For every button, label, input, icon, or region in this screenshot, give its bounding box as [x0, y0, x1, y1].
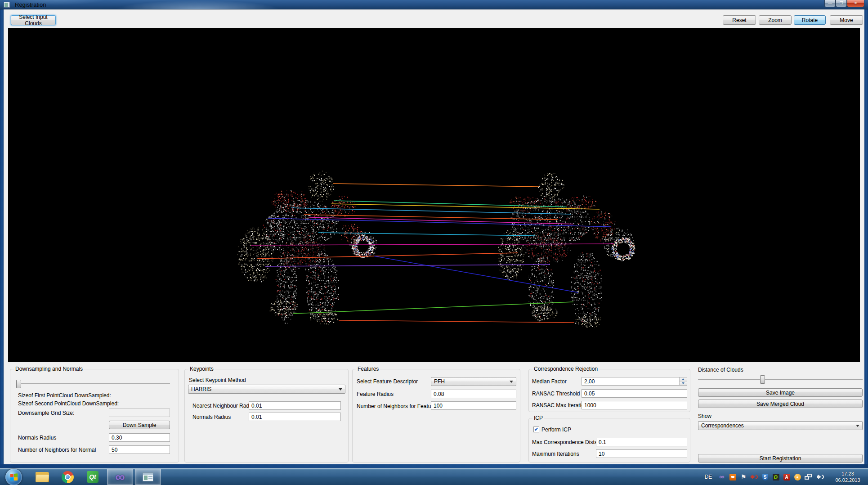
- kp-normals-radius-input[interactable]: 0.01: [249, 413, 341, 421]
- desktop-screen: Registration — ❐ ✕ Select Input Clouds R…: [0, 0, 868, 485]
- feature-radius-input[interactable]: 0.08: [431, 390, 516, 398]
- median-factor-label: Median Factor: [532, 378, 567, 385]
- save-merged-cloud-button[interactable]: Save Merged Cloud: [698, 400, 863, 408]
- java-cup: [731, 476, 734, 478]
- ransac-iterations-input[interactable]: 1000: [582, 401, 687, 409]
- tray-clock[interactable]: 17:23 06.02.2013: [830, 471, 866, 483]
- ransac-threshold-input[interactable]: 0.05: [582, 389, 687, 398]
- save-image-button[interactable]: Save Image: [698, 388, 863, 397]
- zoom-button[interactable]: Zoom: [759, 15, 792, 25]
- flag-pane-green: [13, 473, 17, 477]
- adobe-reader-icon: A: [783, 474, 790, 481]
- qt-creator-icon: Qt: [87, 471, 98, 483]
- reset-button[interactable]: Reset: [723, 15, 756, 25]
- java-icon: [729, 474, 736, 481]
- feature-descriptor-select[interactable]: PFH: [431, 377, 516, 386]
- close-button[interactable]: ✕: [847, 0, 864, 7]
- rotate-button[interactable]: Rotate: [794, 15, 826, 25]
- tray-action-center[interactable]: ⚑: [738, 469, 748, 485]
- tray-update[interactable]: ▲: [792, 469, 802, 485]
- median-factor-spinbox[interactable]: 2,00: [582, 377, 687, 386]
- nvidia-icon: [773, 474, 779, 481]
- start-registration-button[interactable]: Start Registration: [698, 454, 863, 463]
- feature-descriptor-label: Select Feature Descriptor: [357, 378, 418, 385]
- ransac-threshold-label: RANSAC Threshold: [532, 391, 580, 397]
- spin-down-button[interactable]: [680, 382, 687, 385]
- chevron-down-icon: [510, 381, 513, 383]
- taskbar-item-registration-app[interactable]: [135, 469, 161, 485]
- show-select-value: Correspondences: [701, 422, 744, 429]
- registration-app-icon-pane: [144, 476, 148, 480]
- window-titlebar[interactable]: Registration — ❐ ✕: [0, 0, 868, 9]
- neighbors-normal-input[interactable]: 50: [109, 445, 170, 454]
- chevron-down-icon: [856, 425, 859, 427]
- window-border-right: [864, 9, 868, 468]
- distance-slider-handle[interactable]: [760, 375, 765, 384]
- tray-adobe[interactable]: A: [782, 469, 792, 485]
- downsample-slider-track[interactable]: [18, 383, 170, 384]
- nn-radius-label: Nearest Neighbour Radius: [192, 403, 256, 409]
- flag-pane-yellow: [13, 477, 17, 480]
- tray-nvidia[interactable]: [771, 469, 781, 485]
- language-indicator[interactable]: DE: [702, 469, 715, 485]
- feature-radius-label: Feature Radius: [357, 391, 394, 398]
- tray-java[interactable]: [728, 469, 738, 485]
- spin-down-icon: [682, 382, 685, 384]
- grid-size-input[interactable]: [109, 409, 170, 417]
- red-speaker-wave: [756, 475, 758, 479]
- pointcloud-viewport[interactable]: [8, 28, 860, 362]
- tray-shield[interactable]: S: [760, 469, 770, 485]
- tray-time: 17:23: [830, 471, 866, 477]
- taskbar-item-chrome[interactable]: [58, 469, 77, 485]
- neighbors-feature-label: Number of Neighbors for Feature: [357, 403, 436, 410]
- select-input-clouds-button[interactable]: Select Input Clouds: [11, 15, 56, 25]
- red-speaker-cone: [752, 475, 755, 479]
- move-button[interactable]: Move: [830, 15, 863, 25]
- tray-volume[interactable]: [815, 469, 826, 485]
- taskbar: Qt ∞ DE ∞ ⚑: [0, 468, 868, 485]
- distance-slider-track[interactable]: [698, 379, 863, 380]
- downsample-slider-handle[interactable]: [16, 380, 21, 388]
- start-button[interactable]: [4, 469, 22, 485]
- chrome-icon-center: [66, 475, 70, 479]
- volume-speaker-icon: [817, 475, 824, 479]
- spin-buttons: [679, 377, 687, 385]
- show-label: Show: [698, 413, 711, 420]
- perform-icp-checkbox[interactable]: ✔: [533, 427, 539, 432]
- maximize-button[interactable]: ❐: [836, 0, 847, 7]
- action-center-flag-icon: ⚑: [741, 473, 747, 481]
- red-speaker-icon: [751, 475, 758, 479]
- minimize-button[interactable]: —: [824, 0, 836, 7]
- nvidia-eye: [774, 475, 778, 479]
- median-factor-value: 2,00: [584, 378, 595, 385]
- normals-radius-input[interactable]: 0.30: [109, 433, 170, 442]
- spin-up-icon: [682, 378, 685, 380]
- visual-studio-icon: ∞: [115, 471, 125, 483]
- tray-visual-studio[interactable]: ∞: [717, 469, 727, 485]
- max-iterations-input[interactable]: 10: [596, 449, 687, 458]
- grid-size-label: Downsample Grid Size:: [18, 410, 74, 417]
- max-iterations-label: Maximum Iterations: [532, 451, 579, 458]
- registration-app-icon-line1: [148, 476, 152, 477]
- down-sample-button[interactable]: Down Sample: [109, 421, 170, 429]
- network-screen-front: [805, 476, 809, 480]
- keypoint-method-select[interactable]: HARRIS: [188, 385, 345, 394]
- group-icp-title: ICP: [532, 415, 544, 422]
- nn-radius-input[interactable]: 0.01: [249, 401, 341, 410]
- spin-up-button[interactable]: [680, 377, 687, 382]
- volume-speaker-cone: [818, 475, 821, 479]
- shield-icon: S: [762, 474, 768, 481]
- taskbar-item-visual-studio[interactable]: ∞: [107, 469, 133, 485]
- taskbar-item-qt-creator[interactable]: Qt: [83, 469, 103, 485]
- windows-start-orb-icon: [5, 469, 22, 485]
- perform-icp-label: Perform ICP: [541, 427, 571, 433]
- app-window-icon: [4, 2, 10, 8]
- neighbors-normal-label: Number of Neighbors for Normal: [18, 447, 96, 454]
- tray-audio-app[interactable]: [749, 469, 759, 485]
- tray-network[interactable]: [803, 469, 814, 485]
- max-corr-distance-input[interactable]: 0.1: [596, 438, 687, 446]
- show-select[interactable]: Correspondences: [698, 421, 863, 430]
- taskbar-item-explorer[interactable]: [32, 469, 52, 485]
- group-downsampling-title: Downsampling and Normals: [14, 366, 84, 373]
- neighbors-feature-input[interactable]: 100: [431, 401, 516, 410]
